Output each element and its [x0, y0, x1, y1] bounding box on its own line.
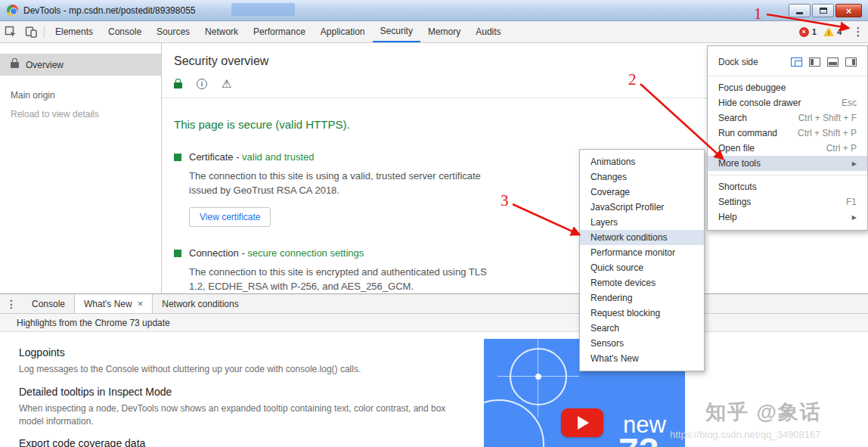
dock-side-label: Dock side: [718, 57, 758, 67]
menu-item-quick-source[interactable]: Quick source: [580, 260, 704, 275]
submenu-arrow-icon: ▶: [852, 214, 857, 221]
menu-item-animations[interactable]: Animations: [580, 154, 704, 169]
inspect-element-icon[interactable]: [0, 21, 20, 42]
tab-audits[interactable]: Audits: [468, 21, 508, 42]
sidebar-item-overview[interactable]: Overview: [0, 54, 161, 76]
menu-item-whats-new[interactable]: What's New: [580, 351, 704, 366]
error-count: 1: [812, 27, 817, 36]
window-titlebar[interactable]: DevTools - mp.csdn.net/postedit/89398055…: [0, 0, 868, 21]
decor-line: [538, 339, 538, 418]
certificate-label: Certificate -: [189, 151, 242, 163]
menu-item-request-blocking[interactable]: Request blocking: [580, 306, 704, 321]
warning-badge[interactable]: ! 4: [823, 21, 842, 42]
menu-item-shortcuts[interactable]: Shortcuts: [708, 179, 867, 194]
dock-icons: [791, 57, 857, 67]
tab-network[interactable]: Network: [197, 21, 246, 42]
warning-icon[interactable]: ⚠: [222, 78, 231, 89]
menu-item-label: Hide console drawer: [718, 98, 801, 108]
warning-count: 4: [837, 27, 842, 36]
watermark-url: https://blog.csdn.net/qq_34908167: [670, 429, 821, 440]
menu-item-open-file[interactable]: Open file Ctrl + P: [708, 141, 867, 156]
dock-left-icon[interactable]: [809, 57, 820, 67]
menu-item-label: More tools: [718, 158, 761, 169]
toolbar-divider: [44, 26, 45, 38]
certificate-link[interactable]: valid and trusted: [242, 151, 314, 163]
sidebar-reload-hint: Reload to view details: [0, 109, 161, 120]
menu-item-search[interactable]: Search Ctrl + Shift + F: [708, 110, 867, 126]
tab-application[interactable]: Application: [313, 21, 373, 42]
menu-item-help[interactable]: Help ▶: [708, 210, 867, 225]
window-title: DevTools - mp.csdn.net/postedit/89398055: [23, 5, 195, 16]
menu-item-performance-monitor[interactable]: Performance monitor: [580, 245, 704, 260]
error-icon: ×: [799, 27, 809, 37]
menu-item-layers[interactable]: Layers: [580, 215, 704, 230]
secure-lock-icon[interactable]: [174, 82, 182, 88]
tab-console[interactable]: Console: [101, 21, 149, 42]
dock-bottom-icon[interactable]: [827, 57, 839, 67]
menu-item-shortcut: Ctrl + Shift + F: [798, 113, 857, 123]
menu-item-shortcut: F1: [846, 197, 857, 207]
drawer-tab-whats-new[interactable]: What's New ×: [74, 294, 153, 313]
youtube-play-button[interactable]: [561, 408, 603, 437]
menu-item-settings[interactable]: Settings F1: [708, 194, 867, 210]
menu-item-changes[interactable]: Changes: [580, 169, 704, 185]
menu-item-network-conditions[interactable]: Network conditions: [580, 230, 704, 245]
section-body: Log messages to the Console without clut…: [19, 363, 473, 376]
menu-item-hide-console-drawer[interactable]: Hide console drawer Esc: [708, 95, 867, 110]
menu-item-javascript-profiler[interactable]: JavaScript Profiler: [580, 200, 704, 215]
info-icon[interactable]: i: [197, 79, 207, 89]
tab-elements[interactable]: Elements: [48, 21, 101, 42]
tab-memory[interactable]: Memory: [420, 21, 468, 42]
play-icon: [578, 416, 589, 430]
menu-item-label: Run command: [718, 128, 777, 138]
secure-square-icon: [174, 250, 181, 257]
menu-separator: [708, 76, 867, 76]
menu-item-search[interactable]: Search: [580, 321, 704, 336]
menu-item-remote-devices[interactable]: Remote devices: [580, 275, 704, 290]
main-menu-kebab-icon[interactable]: ⋮: [848, 21, 868, 42]
connection-section: Connection - secure connection settings …: [174, 247, 856, 293]
devtools-main-menu: Dock side Focus debuggee Hide console dr…: [707, 45, 868, 231]
section-heading: Logpoints: [19, 346, 868, 359]
tab-security[interactable]: Security: [373, 21, 420, 42]
security-sidebar: Overview Main origin Reload to view deta…: [0, 43, 162, 293]
menu-item-label: Help: [718, 212, 737, 222]
menu-item-label: Shortcuts: [718, 182, 757, 192]
error-badge[interactable]: × 1: [799, 21, 817, 42]
window-controls: ×: [789, 4, 862, 17]
menu-item-run-command[interactable]: Run command Ctrl + Shift + P: [708, 126, 867, 141]
menu-item-more-tools[interactable]: More tools ▶: [708, 156, 867, 171]
device-toolbar-icon[interactable]: [20, 21, 41, 42]
connection-label: Connection -: [189, 247, 247, 259]
menu-item-coverage[interactable]: Coverage: [580, 185, 704, 200]
menu-item-focus-debuggee[interactable]: Focus debuggee: [708, 80, 867, 95]
minimize-button[interactable]: [789, 4, 811, 17]
close-button[interactable]: ×: [835, 4, 862, 17]
decor-line: [498, 376, 579, 377]
undock-icon[interactable]: [791, 57, 802, 67]
menu-item-label: Settings: [718, 197, 751, 207]
close-tab-icon[interactable]: ×: [138, 299, 144, 309]
menu-item-sensors[interactable]: Sensors: [580, 336, 704, 351]
drawer-tab-network-conditions[interactable]: Network conditions: [153, 294, 247, 313]
maximize-button[interactable]: [812, 4, 834, 17]
connection-link[interactable]: secure connection settings: [247, 247, 364, 259]
connection-description: The connection to this site is encrypted…: [189, 265, 493, 293]
tab-performance[interactable]: Performance: [246, 21, 313, 42]
view-certificate-button[interactable]: View certificate: [189, 207, 271, 227]
svg-text:!: !: [828, 29, 830, 37]
chrome-logo-icon: [7, 5, 18, 16]
section-heading: Detailed tooltips in Inspect Mode: [19, 386, 868, 398]
dock-right-icon[interactable]: [845, 57, 857, 67]
menu-item-label: Open file: [718, 143, 755, 154]
menu-item-dock-side: Dock side: [708, 51, 867, 72]
tab-sources[interactable]: Sources: [149, 21, 197, 42]
section-body: When inspecting a node, DevTools now sho…: [19, 402, 473, 428]
maximize-icon: [820, 8, 827, 14]
drawer-tab-console[interactable]: Console: [23, 294, 74, 313]
drawer-tabbar: ⋮ Console What's New × Network condition…: [0, 294, 868, 314]
drawer-menu-kebab-icon[interactable]: ⋮: [0, 294, 23, 313]
drawer-tab-label: What's New: [84, 299, 132, 309]
minimize-icon: [796, 12, 803, 14]
menu-item-rendering[interactable]: Rendering: [580, 290, 704, 306]
